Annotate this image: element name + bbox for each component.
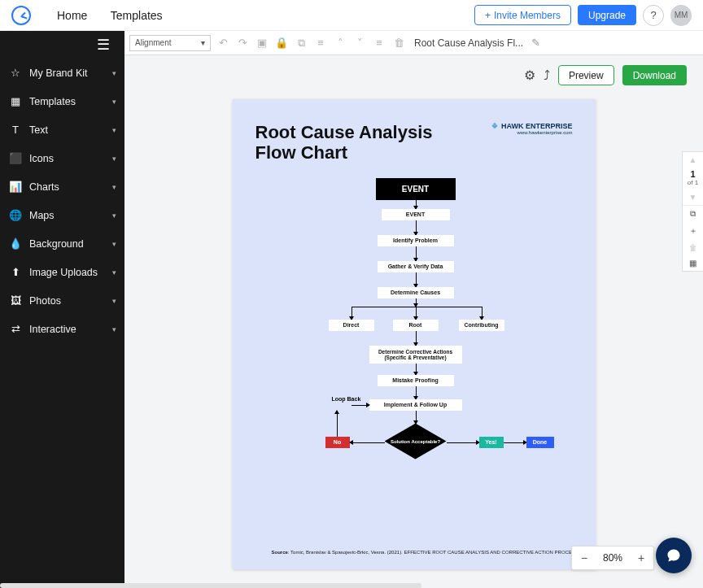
settings-icon[interactable]: ⚙: [524, 68, 535, 83]
action-bar: ⚙ ⤴ Preview Download: [524, 65, 687, 85]
chat-button[interactable]: [656, 538, 692, 573]
node-yes[interactable]: Yes!: [479, 437, 504, 448]
loop-back-label: Loop Back: [332, 396, 361, 402]
icons-icon: ⬛: [8, 152, 23, 164]
zoom-out-button[interactable]: −: [572, 551, 596, 564]
document-title: Root Cause Analysis Fl...: [414, 37, 523, 49]
hamburger-icon[interactable]: ☰: [0, 31, 124, 59]
node-direct[interactable]: Direct: [329, 320, 374, 331]
page-current: 1: [683, 168, 703, 179]
node-done[interactable]: Done: [526, 437, 554, 448]
node-gather[interactable]: Gather & Verify Data: [378, 261, 454, 272]
upgrade-button[interactable]: Upgrade: [578, 5, 636, 25]
sidebar-item-templates[interactable]: ▦Templates▾: [0, 87, 124, 115]
node-implement[interactable]: Implement & Follow Up: [369, 399, 462, 411]
sidebar-item-background[interactable]: 💧Background▾: [0, 229, 124, 258]
chevron-down-icon: ▾: [201, 38, 205, 47]
chat-icon: [666, 547, 682, 564]
download-button[interactable]: Download: [622, 65, 687, 85]
node-mistake[interactable]: Mistake Proofing: [378, 375, 454, 386]
sidebar-item-icons[interactable]: ⬛Icons▾: [0, 144, 124, 172]
crop-icon[interactable]: ▣: [255, 36, 269, 50]
layer-up-icon[interactable]: ˄: [333, 36, 347, 50]
node-identify[interactable]: Identify Problem: [378, 235, 454, 246]
preview-button[interactable]: Preview: [558, 65, 614, 85]
brand-block: ❖HAWK ENTERPRISE www.hawkenterprise.com: [491, 122, 573, 135]
delete-icon[interactable]: 🗑: [391, 36, 406, 50]
flowchart: EVENT EVENT Identify Problem Gather & Ve…: [255, 178, 573, 536]
templates-icon: ▦: [8, 95, 23, 107]
layer-bottom-icon[interactable]: ≡: [372, 36, 386, 50]
node-event[interactable]: EVENT: [382, 209, 450, 220]
copy-icon[interactable]: ⧉: [294, 36, 308, 50]
logo[interactable]: [11, 6, 31, 25]
page-down-icon[interactable]: ▼: [683, 189, 703, 206]
sidebar-item-brand-kit[interactable]: ☆My Brand Kit▾: [0, 59, 124, 87]
zoom-in-button[interactable]: +: [629, 551, 653, 564]
hawk-icon: ❖: [491, 122, 498, 130]
text-icon: T: [8, 124, 23, 136]
page-total: of 1: [683, 179, 703, 189]
alignment-dropdown[interactable]: Alignment▾: [129, 35, 211, 51]
zoom-value: 80%: [596, 552, 629, 564]
page-up-icon[interactable]: ▲: [683, 152, 703, 168]
nav-templates[interactable]: Templates: [111, 9, 163, 22]
maps-icon: 🌐: [8, 209, 23, 221]
sidebar-item-maps[interactable]: 🌐Maps▾: [0, 201, 124, 229]
layer-top-icon[interactable]: ≡: [313, 36, 328, 50]
sidebar-item-uploads[interactable]: ⬆Image Uploads▾: [0, 258, 124, 286]
caret-icon: ▾: [112, 69, 116, 77]
sidebar: ☰ ☆My Brand Kit▾ ▦Templates▾ TText▾ ⬛Ico…: [0, 31, 124, 588]
node-root[interactable]: Root: [393, 320, 439, 331]
undo-icon[interactable]: ↶: [216, 36, 230, 50]
top-bar: Home Templates + Invite Members Upgrade …: [0, 0, 703, 31]
sidebar-item-charts[interactable]: 📊Charts▾: [0, 172, 124, 201]
upload-icon: ⬆: [8, 266, 23, 278]
delete-page-icon[interactable]: 🗑: [683, 240, 703, 255]
canvas-scroll[interactable]: Root Cause AnalysisFlow Chart ❖HAWK ENTE…: [124, 55, 703, 588]
copy-page-icon[interactable]: ⧉: [683, 206, 703, 222]
sidebar-item-interactive[interactable]: ⇄Interactive▾: [0, 315, 124, 343]
grid-view-icon[interactable]: ▦: [683, 255, 703, 271]
share-icon[interactable]: ⤴: [544, 68, 550, 83]
invite-members-button[interactable]: + Invite Members: [474, 5, 571, 25]
node-determine[interactable]: Determine Causes: [378, 287, 454, 298]
plus-icon: +: [485, 10, 491, 21]
sidebar-item-photos[interactable]: 🖼Photos▾: [0, 286, 124, 315]
canvas-area: Alignment▾ ↶ ↷ ▣ 🔒 ⧉ ≡ ˄ ˅ ≡ 🗑 Root Caus…: [124, 31, 703, 588]
photos-icon: 🖼: [8, 294, 23, 307]
edit-title-icon[interactable]: ✎: [528, 36, 543, 50]
sidebar-item-text[interactable]: TText▾: [0, 115, 124, 144]
node-contributing[interactable]: Contributing: [459, 320, 504, 331]
help-button[interactable]: ?: [643, 5, 664, 26]
nav-home[interactable]: Home: [57, 9, 87, 22]
editor-toolbar: Alignment▾ ↶ ↷ ▣ 🔒 ⧉ ≡ ˄ ˅ ≡ 🗑 Root Caus…: [124, 31, 703, 55]
charts-icon: 📊: [8, 181, 23, 193]
chart-title: Root Cause AnalysisFlow Chart: [255, 122, 433, 163]
node-corrective[interactable]: Determine Corrective Actions (Specific &…: [369, 346, 462, 364]
interactive-icon: ⇄: [8, 323, 23, 335]
document-canvas[interactable]: Root Cause AnalysisFlow Chart ❖HAWK ENTE…: [233, 99, 596, 569]
node-event-main[interactable]: EVENT: [376, 178, 456, 200]
add-page-icon[interactable]: ＋: [683, 222, 703, 240]
node-decision[interactable]: Solution Acceptable?: [385, 424, 447, 460]
background-icon: 💧: [8, 237, 23, 250]
lock-icon[interactable]: 🔒: [274, 36, 289, 50]
redo-icon[interactable]: ↷: [235, 36, 250, 50]
layer-down-icon[interactable]: ˅: [352, 36, 367, 50]
zoom-control: − 80% +: [571, 546, 654, 570]
user-avatar[interactable]: MM: [670, 5, 692, 26]
page-navigator: ▲ 1 of 1 ▼ ⧉ ＋ 🗑 ▦: [682, 151, 703, 272]
star-icon: ☆: [8, 67, 23, 79]
horizontal-scrollbar[interactable]: [0, 583, 421, 588]
source-citation: Source: Tomic, Branislav & Spasojevic-Br…: [272, 550, 580, 555]
node-no[interactable]: No: [325, 437, 350, 448]
